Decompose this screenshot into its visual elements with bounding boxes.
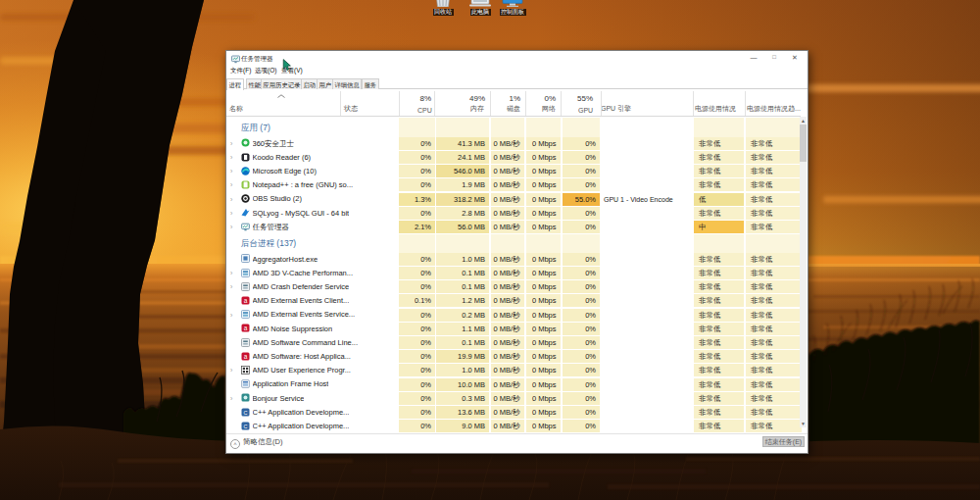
- svg-text:a: a: [244, 297, 248, 304]
- svg-text:a: a: [244, 325, 248, 331]
- svg-text:C: C: [244, 409, 248, 415]
- svg-text:a: a: [244, 353, 248, 360]
- svg-text:C: C: [244, 424, 248, 429]
